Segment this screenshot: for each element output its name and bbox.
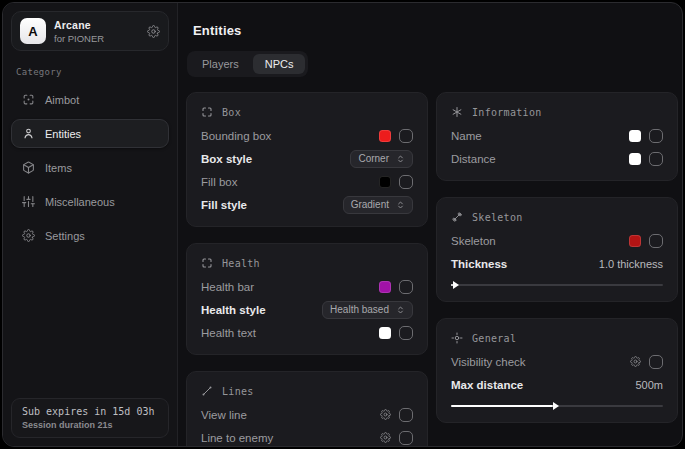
row-label: Skeleton [451, 235, 496, 247]
app-name: Arcane [54, 19, 104, 31]
setting-row: Box style Corner [201, 147, 413, 170]
gear-icon[interactable] [147, 25, 160, 38]
category-label: Category [16, 67, 164, 77]
row-label: Health text [201, 327, 256, 339]
bounding-box-checkbox[interactable] [399, 129, 413, 143]
box-style-dropdown[interactable]: Corner [350, 150, 413, 168]
card-title: Lines [222, 386, 254, 397]
sidebar-item-label: Settings [45, 230, 85, 242]
setting-row: View line [201, 403, 413, 426]
sidebar-item-label: Miscellaneous [45, 196, 115, 208]
subscription-status-card: Sub expires in 15d 03h Session duration … [11, 398, 169, 438]
thickness-value: 1.0 thickness [599, 258, 663, 270]
health-card: Health Health bar Health style Health ba… [186, 243, 428, 355]
slider-thumb[interactable] [453, 281, 459, 289]
setting-row: Health style Health based [201, 298, 413, 321]
card-title: Skeleton [472, 212, 523, 223]
sidebar-item-miscellaneous[interactable]: Miscellaneous [11, 187, 169, 216]
row-label: Thickness [451, 258, 507, 270]
setting-row: Health text [201, 321, 413, 344]
page-title: Entities [193, 23, 678, 38]
row-label: Line to enemy [201, 432, 273, 444]
sidebar-item-settings[interactable]: Settings [11, 221, 169, 250]
sidebar-item-label: Aimbot [45, 94, 79, 106]
sidebar-item-aimbot[interactable]: Aimbot [11, 85, 169, 114]
bone-icon [451, 211, 463, 223]
card-title: General [472, 333, 516, 344]
settings-icon [22, 229, 35, 242]
left-column: Box Bounding box Box style Corner [186, 92, 428, 447]
visibility-check-config-gear-icon[interactable] [630, 356, 641, 367]
color-swatch[interactable] [379, 327, 391, 339]
setting-row: Max distance 500m [451, 373, 663, 396]
color-swatch[interactable] [379, 130, 391, 142]
color-swatch[interactable] [379, 281, 391, 293]
box-brackets-icon [201, 106, 213, 118]
box-card: Box Bounding box Box style Corner [186, 92, 428, 227]
line-to-enemy-config-gear-icon[interactable] [380, 432, 391, 443]
sidebar-item-label: Entities [45, 128, 81, 140]
row-label: Box style [201, 153, 252, 165]
unfold-icon [396, 305, 405, 315]
view-line-config-gear-icon[interactable] [380, 409, 391, 420]
slider-thumb[interactable] [553, 402, 559, 410]
setting-row: Fill box [201, 170, 413, 193]
sidebar-item-entities[interactable]: Entities [11, 119, 169, 148]
dropdown-value: Health based [330, 304, 389, 315]
setting-row: Health bar [201, 275, 413, 298]
row-label: Health style [201, 304, 266, 316]
row-label: Health bar [201, 281, 254, 293]
visibility-check-checkbox[interactable] [649, 355, 663, 369]
color-swatch[interactable] [629, 235, 641, 247]
fill-style-dropdown[interactable]: Gradient [343, 196, 413, 214]
sidebar-item-items[interactable]: Items [11, 153, 169, 182]
miscellaneous-icon [22, 195, 35, 208]
unfold-icon [396, 154, 405, 164]
row-label: Fill style [201, 199, 247, 211]
skeleton-card: Skeleton Skeleton Thickness 1.0 thicknes… [436, 197, 678, 302]
target-icon [451, 332, 463, 344]
sidebar-item-label: Items [45, 162, 72, 174]
settings-grid: Box Bounding box Box style Corner [186, 92, 678, 447]
setting-row: Distance [451, 147, 663, 170]
setting-row: Line to enemy [201, 426, 413, 447]
fill-box-checkbox[interactable] [399, 175, 413, 189]
distance-checkbox[interactable] [649, 152, 663, 166]
app-title-block: Arcane for PIONER [54, 19, 104, 44]
items-icon [22, 161, 35, 174]
color-swatch[interactable] [379, 176, 391, 188]
information-card: Information Name Distance [436, 92, 678, 181]
row-label: Visibility check [451, 356, 526, 368]
thickness-slider[interactable] [451, 284, 663, 286]
entity-tabs: Players NPCs [187, 51, 308, 77]
setting-row: Visibility check [451, 350, 663, 373]
row-label: Max distance [451, 379, 523, 391]
name-checkbox[interactable] [649, 129, 663, 143]
setting-row: Fill style Gradient [201, 193, 413, 216]
sub-expires-text: Sub expires in 15d 03h [22, 406, 158, 417]
line-to-enemy-checkbox[interactable] [399, 431, 413, 445]
color-swatch[interactable] [629, 130, 641, 142]
right-column: Information Name Distance [436, 92, 678, 423]
app-logo: A [20, 18, 46, 44]
max-distance-value: 500m [635, 379, 663, 391]
card-title: Box [222, 107, 241, 118]
aimbot-icon [22, 93, 35, 106]
health-text-checkbox[interactable] [399, 326, 413, 340]
setting-row: Name [451, 124, 663, 147]
skeleton-checkbox[interactable] [649, 234, 663, 248]
health-style-dropdown[interactable]: Health based [322, 301, 413, 319]
max-distance-slider[interactable] [451, 405, 663, 407]
row-label: View line [201, 409, 247, 421]
dropdown-value: Gradient [351, 199, 389, 210]
view-line-checkbox[interactable] [399, 408, 413, 422]
tab-npcs[interactable]: NPCs [253, 54, 306, 74]
dropdown-value: Corner [358, 153, 389, 164]
lines-card: Lines View line Line to enemy [186, 371, 428, 447]
session-duration-text: Session duration 21s [22, 420, 158, 430]
health-bar-checkbox[interactable] [399, 280, 413, 294]
row-label: Name [451, 130, 482, 142]
card-title: Health [222, 258, 260, 269]
tab-players[interactable]: Players [190, 54, 251, 74]
color-swatch[interactable] [629, 153, 641, 165]
